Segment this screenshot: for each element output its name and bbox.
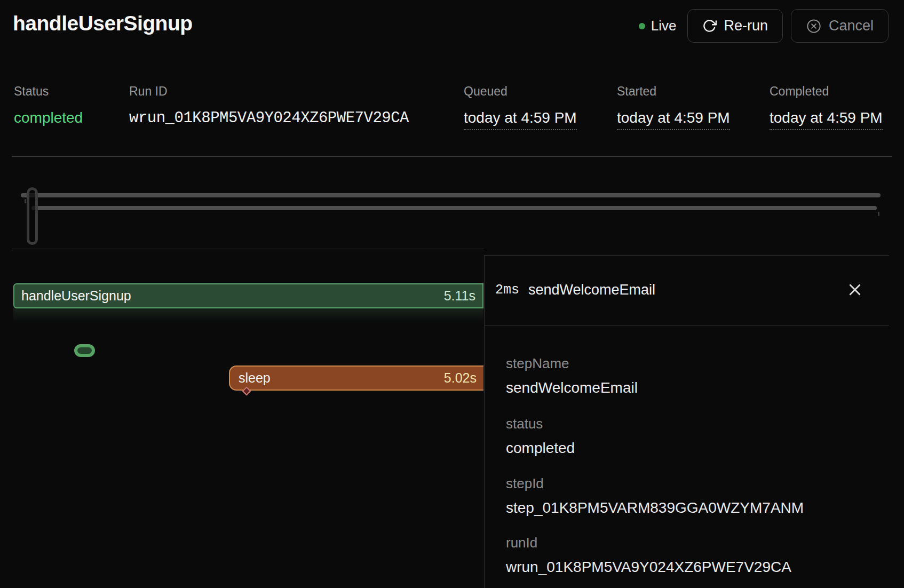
page-title: handleUserSignup [13, 12, 193, 35]
queued-time-value: today at 4:59 PM [464, 109, 577, 130]
detail-field-runid: runId wrun_01K8PM5VA9Y024XZ6PWE7V29CA [506, 534, 791, 577]
rerun-label: Re-run [724, 18, 768, 34]
meta-completed: Completed today at 4:59 PM [770, 84, 883, 130]
detail-field-stepname: stepName sendWelcomeEmail [506, 354, 638, 398]
timeline-divider [12, 249, 484, 249]
field-value: sendWelcomeEmail [506, 378, 638, 398]
minimap-bar-workflow [21, 193, 881, 197]
field-label: status [506, 415, 575, 433]
field-label: stepName [506, 354, 638, 372]
header-divider [12, 156, 892, 157]
timeline-bar-sleep[interactable]: sleep 5.02s [229, 365, 483, 391]
field-value: step_01K8PM5VARM839GGA0WZYM7ANM [506, 498, 804, 518]
meta-status-label: Status [14, 84, 83, 99]
minimap-viewport-handle[interactable] [27, 187, 38, 245]
timeline-bar-handleusersignup[interactable]: handleUserSignup 5.11s [13, 283, 483, 308]
detail-field-stepid: stepId step_01K8PM5VARM839GGA0WZYM7ANM [506, 474, 804, 518]
timeline-bar-duration: 5.11s [444, 288, 475, 304]
timeline-bar-label: handleUserSignup [21, 288, 131, 304]
meta-run-id: Run ID wrun_01K8PM5VA9Y024XZ6PWE7V29CA [129, 84, 409, 127]
timeline-row-highlight [13, 308, 483, 322]
timeline-bar-label: sleep [239, 370, 271, 386]
live-label: Live [651, 18, 677, 34]
step-duration: 2ms [495, 282, 519, 298]
minimap-tick [25, 199, 26, 203]
detail-field-status: status completed [506, 415, 575, 458]
live-dot-icon [639, 23, 645, 29]
close-panel-button[interactable] [843, 279, 867, 302]
timeline-bar-duration: 5.02s [444, 370, 477, 386]
panel-header-divider [484, 325, 889, 325]
cancel-circle-icon [806, 18, 822, 34]
workflow-run-page: handleUserSignup Live Re-run [0, 0, 904, 588]
meta-completed-label: Completed [770, 84, 883, 99]
live-indicator: Live [639, 18, 677, 34]
completed-time-value: today at 4:59 PM [770, 109, 883, 130]
cancel-label: Cancel [829, 18, 874, 34]
meta-queued: Queued today at 4:59 PM [464, 84, 577, 130]
minimap-tick [878, 212, 879, 216]
step-detail-header: 2ms sendWelcomeEmail [495, 255, 889, 325]
header-actions: Live Re-run Cancel [639, 9, 889, 43]
run-id-value: wrun_01K8PM5VA9Y024XZ6PWE7V29CA [129, 109, 409, 127]
step-detail-title: sendWelcomeEmail [528, 282, 655, 298]
rerun-button[interactable]: Re-run [687, 9, 783, 43]
timeline-step-pill-sendwelcomeemail[interactable] [74, 344, 95, 357]
cancel-button[interactable]: Cancel [791, 9, 889, 43]
status-badge: completed [14, 109, 83, 126]
started-time-value: today at 4:59 PM [617, 109, 730, 130]
meta-status: Status completed [14, 84, 83, 126]
field-value: wrun_01K8PM5VA9Y024XZ6PWE7V29CA [506, 558, 791, 577]
field-label: runId [506, 534, 791, 552]
meta-started: Started today at 4:59 PM [617, 84, 730, 130]
field-label: stepId [506, 474, 804, 492]
panel-left-border [484, 255, 485, 588]
close-icon [847, 282, 863, 299]
meta-run-id-label: Run ID [129, 84, 409, 99]
refresh-icon [702, 19, 717, 33]
meta-started-label: Started [617, 84, 730, 99]
meta-queued-label: Queued [464, 84, 577, 99]
field-value: completed [506, 439, 575, 458]
minimap-bar-sleep [31, 206, 877, 210]
